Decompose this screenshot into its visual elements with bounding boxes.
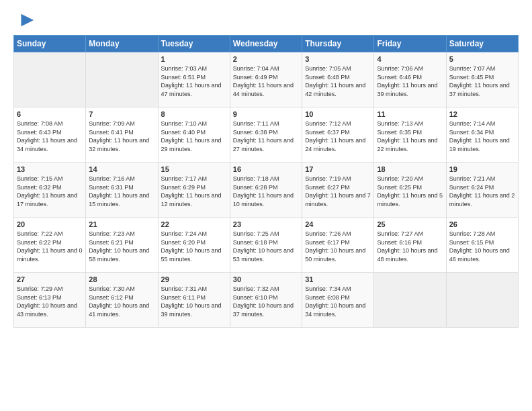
day-number: 16	[233, 165, 299, 173]
logo	[13, 11, 35, 30]
day-cell: 21 Sunrise: 7:23 AM Sunset: 6:21 PM Dayl…	[86, 218, 158, 273]
day-number: 7	[89, 110, 154, 118]
day-number: 15	[161, 165, 227, 173]
day-info: Sunrise: 7:19 AM Sunset: 6:27 PM Dayligh…	[305, 175, 371, 208]
day-number: 2	[233, 55, 299, 63]
day-cell: 15 Sunrise: 7:17 AM Sunset: 6:29 PM Dayl…	[158, 163, 230, 218]
day-info: Sunrise: 7:30 AM Sunset: 6:12 PM Dayligh…	[89, 285, 154, 318]
day-info: Sunrise: 7:08 AM Sunset: 6:43 PM Dayligh…	[17, 120, 83, 153]
logo-icon	[16, 11, 35, 30]
day-cell: 9 Sunrise: 7:11 AM Sunset: 6:38 PM Dayli…	[230, 107, 302, 163]
day-info: Sunrise: 7:16 AM Sunset: 6:31 PM Dayligh…	[89, 175, 154, 208]
day-info: Sunrise: 7:27 AM Sunset: 6:16 PM Dayligh…	[377, 230, 443, 263]
day-number: 29	[161, 275, 227, 283]
header-row: SundayMondayTuesdayWednesdayThursdayFrid…	[14, 36, 519, 52]
header-cell-saturday: Saturday	[446, 36, 518, 52]
day-info: Sunrise: 7:05 AM Sunset: 6:48 PM Dayligh…	[305, 64, 371, 98]
day-info: Sunrise: 7:26 AM Sunset: 6:17 PM Dayligh…	[305, 230, 371, 263]
day-cell: 17 Sunrise: 7:19 AM Sunset: 6:27 PM Dayl…	[302, 163, 374, 218]
day-info: Sunrise: 7:14 AM Sunset: 6:34 PM Dayligh…	[449, 120, 515, 153]
week-row-4: 20 Sunrise: 7:22 AM Sunset: 6:22 PM Dayl…	[14, 218, 519, 273]
day-number: 11	[377, 110, 443, 118]
day-number: 26	[449, 220, 515, 228]
day-info: Sunrise: 7:29 AM Sunset: 6:13 PM Dayligh…	[17, 285, 83, 318]
day-number: 14	[89, 165, 154, 173]
week-row-1: 1 Sunrise: 7:03 AM Sunset: 6:51 PM Dayli…	[14, 52, 519, 107]
day-number: 19	[449, 165, 515, 173]
day-number: 8	[161, 110, 227, 118]
calendar-table: SundayMondayTuesdayWednesdayThursdayFrid…	[13, 35, 519, 328]
day-cell: 6 Sunrise: 7:08 AM Sunset: 6:43 PM Dayli…	[14, 107, 86, 163]
day-info: Sunrise: 7:28 AM Sunset: 6:15 PM Dayligh…	[449, 230, 515, 263]
day-info: Sunrise: 7:32 AM Sunset: 6:10 PM Dayligh…	[233, 285, 299, 318]
day-info: Sunrise: 7:10 AM Sunset: 6:40 PM Dayligh…	[161, 120, 227, 153]
week-row-5: 27 Sunrise: 7:29 AM Sunset: 6:13 PM Dayl…	[14, 273, 519, 328]
day-cell: 11 Sunrise: 7:13 AM Sunset: 6:35 PM Dayl…	[374, 107, 446, 163]
day-cell	[14, 52, 86, 107]
day-info: Sunrise: 7:04 AM Sunset: 6:49 PM Dayligh…	[233, 64, 299, 98]
day-number: 6	[17, 110, 83, 118]
day-cell: 2 Sunrise: 7:04 AM Sunset: 6:49 PM Dayli…	[230, 52, 302, 107]
day-cell: 30 Sunrise: 7:32 AM Sunset: 6:10 PM Dayl…	[230, 273, 302, 328]
day-number: 22	[161, 220, 227, 228]
day-number: 28	[89, 275, 154, 283]
day-cell: 31 Sunrise: 7:34 AM Sunset: 6:08 PM Dayl…	[302, 273, 374, 328]
day-info: Sunrise: 7:25 AM Sunset: 6:18 PM Dayligh…	[233, 230, 299, 263]
day-cell: 24 Sunrise: 7:26 AM Sunset: 6:17 PM Dayl…	[302, 218, 374, 273]
day-number: 3	[305, 55, 371, 63]
day-number: 18	[377, 165, 443, 173]
day-cell: 28 Sunrise: 7:30 AM Sunset: 6:12 PM Dayl…	[86, 273, 158, 328]
day-number: 24	[305, 220, 371, 228]
day-cell: 5 Sunrise: 7:07 AM Sunset: 6:45 PM Dayli…	[446, 52, 518, 107]
day-cell: 18 Sunrise: 7:20 AM Sunset: 6:25 PM Dayl…	[374, 163, 446, 218]
day-cell: 12 Sunrise: 7:14 AM Sunset: 6:34 PM Dayl…	[446, 107, 518, 163]
day-info: Sunrise: 7:09 AM Sunset: 6:41 PM Dayligh…	[89, 120, 154, 153]
day-cell: 1 Sunrise: 7:03 AM Sunset: 6:51 PM Dayli…	[158, 52, 230, 107]
week-row-3: 13 Sunrise: 7:15 AM Sunset: 6:32 PM Dayl…	[14, 163, 519, 218]
day-cell: 16 Sunrise: 7:18 AM Sunset: 6:28 PM Dayl…	[230, 163, 302, 218]
day-info: Sunrise: 7:24 AM Sunset: 6:20 PM Dayligh…	[161, 230, 227, 263]
day-cell: 25 Sunrise: 7:27 AM Sunset: 6:16 PM Dayl…	[374, 218, 446, 273]
day-info: Sunrise: 7:22 AM Sunset: 6:22 PM Dayligh…	[17, 230, 83, 263]
day-info: Sunrise: 7:23 AM Sunset: 6:21 PM Dayligh…	[89, 230, 154, 263]
day-cell	[446, 273, 518, 328]
day-number: 1	[161, 55, 227, 63]
calendar-body: 1 Sunrise: 7:03 AM Sunset: 6:51 PM Dayli…	[14, 52, 519, 328]
day-cell: 26 Sunrise: 7:28 AM Sunset: 6:15 PM Dayl…	[446, 218, 518, 273]
day-cell: 8 Sunrise: 7:10 AM Sunset: 6:40 PM Dayli…	[158, 107, 230, 163]
header-cell-tuesday: Tuesday	[158, 36, 230, 52]
day-info: Sunrise: 7:20 AM Sunset: 6:25 PM Dayligh…	[377, 175, 443, 208]
day-cell: 23 Sunrise: 7:25 AM Sunset: 6:18 PM Dayl…	[230, 218, 302, 273]
day-number: 31	[305, 275, 371, 283]
day-cell	[374, 273, 446, 328]
day-number: 5	[449, 55, 515, 63]
day-number: 4	[377, 55, 443, 63]
day-cell	[86, 52, 158, 107]
day-info: Sunrise: 7:18 AM Sunset: 6:28 PM Dayligh…	[233, 175, 299, 208]
day-number: 27	[17, 275, 83, 283]
header-cell-wednesday: Wednesday	[230, 36, 302, 52]
day-info: Sunrise: 7:17 AM Sunset: 6:29 PM Dayligh…	[161, 175, 227, 208]
day-info: Sunrise: 7:03 AM Sunset: 6:51 PM Dayligh…	[161, 64, 227, 98]
day-info: Sunrise: 7:12 AM Sunset: 6:37 PM Dayligh…	[305, 120, 371, 153]
day-number: 10	[305, 110, 371, 118]
day-number: 12	[449, 110, 515, 118]
day-info: Sunrise: 7:11 AM Sunset: 6:38 PM Dayligh…	[233, 120, 299, 153]
day-info: Sunrise: 7:07 AM Sunset: 6:45 PM Dayligh…	[449, 64, 515, 98]
day-cell: 20 Sunrise: 7:22 AM Sunset: 6:22 PM Dayl…	[14, 218, 86, 273]
day-cell: 29 Sunrise: 7:31 AM Sunset: 6:11 PM Dayl…	[158, 273, 230, 328]
day-info: Sunrise: 7:15 AM Sunset: 6:32 PM Dayligh…	[17, 175, 83, 208]
day-number: 25	[377, 220, 443, 228]
header-cell-friday: Friday	[374, 36, 446, 52]
header-cell-monday: Monday	[86, 36, 158, 52]
day-cell: 4 Sunrise: 7:06 AM Sunset: 6:46 PM Dayli…	[374, 52, 446, 107]
day-number: 20	[17, 220, 83, 228]
day-info: Sunrise: 7:21 AM Sunset: 6:24 PM Dayligh…	[449, 175, 515, 208]
header-cell-sunday: Sunday	[14, 36, 86, 52]
day-cell: 22 Sunrise: 7:24 AM Sunset: 6:20 PM Dayl…	[158, 218, 230, 273]
calendar-page: SundayMondayTuesdayWednesdayThursdayFrid…	[0, 0, 532, 334]
day-cell: 27 Sunrise: 7:29 AM Sunset: 6:13 PM Dayl…	[14, 273, 86, 328]
header-cell-thursday: Thursday	[302, 36, 374, 52]
header	[13, 11, 519, 30]
day-number: 9	[233, 110, 299, 118]
